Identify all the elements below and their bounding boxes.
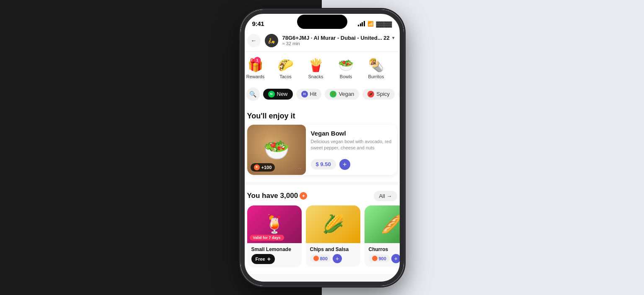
category-label-burritos: Burritos — [368, 74, 384, 79]
churros-cost-badge: 900 — [369, 254, 390, 262]
new-tag-icon: N — [268, 91, 275, 97]
filter-tag-che[interactable]: 🧀 Che — [398, 89, 403, 100]
vegan-bowl-description: Delicious vegan bowl with avocado, red s… — [311, 139, 392, 156]
phone-screen: 9:41 📶 ▓▓▓▓ ← 🛵 — [241, 10, 404, 286]
featured-section-title: You'll enjoy it — [241, 105, 404, 125]
vegan-bowl-info: Vegan Bowl Delicious vegan bowl with avo… — [306, 125, 397, 175]
category-label-bowls: Bowls — [340, 74, 352, 79]
category-label-drinks: Drinks — [400, 74, 404, 79]
chips-name: Chips and Salsa — [310, 246, 356, 252]
chips-cost-icon — [313, 256, 319, 261]
churros-cost: 900 + — [369, 254, 404, 263]
chips-cost-badge: 800 — [310, 254, 331, 262]
lemonade-image: 🍹 Valid for 7 days — [247, 205, 302, 243]
free-button[interactable]: Free + — [251, 254, 275, 264]
filter-tag-hit[interactable]: H Hit — [296, 89, 322, 100]
chips-cost: 800 + — [310, 254, 356, 263]
location-info: 78G6+JMJ · Al Murar - Dubai - United... … — [282, 35, 397, 46]
app-header: ← 🛵 78G6+JMJ · Al Murar - Dubai - United… — [241, 31, 404, 52]
churros-name: Churros — [369, 246, 404, 252]
category-label-tacos: Tacos — [279, 74, 292, 79]
rewards-points-badge: ✦ +100 — [251, 163, 275, 172]
chips-info: Chips and Salsa 800 + — [306, 243, 360, 267]
churros-info: Churros 900 + — [365, 243, 404, 267]
che-tag-icon: 🧀 — [403, 91, 403, 97]
category-label-rewards: Rewards — [246, 74, 264, 79]
search-button[interactable]: 🔍 — [246, 87, 260, 101]
vegan-bowl-title: Vegan Bowl — [311, 130, 392, 137]
filter-tag-spicy[interactable]: 🌶 Spicy — [362, 89, 395, 100]
spicy-tag-icon: 🌶 — [367, 91, 374, 97]
add-to-cart-button[interactable]: + — [339, 159, 350, 170]
category-item-snacks[interactable]: 🍟 Snacks — [301, 56, 331, 81]
vegan-bowl-image: 🥗 ✦ +100 → — [247, 125, 306, 175]
filter-tag-vegan[interactable]: 🌿 Vegan — [325, 89, 359, 100]
chips-image: 🌽 — [306, 205, 360, 243]
delivery-time: ≈ 32 min — [282, 41, 397, 46]
dynamic-island — [297, 15, 347, 29]
delivery-icon: 🛵 — [265, 34, 278, 47]
price-tag: $ 9.50 — [311, 159, 336, 169]
price-row: $ 9.50 + — [311, 159, 392, 170]
phone-device: 9:41 📶 ▓▓▓▓ ← 🛵 — [241, 10, 404, 286]
featured-card-area: 🥗 ✦ +100 → Vegan Bowl Delicious vegan bo… — [241, 125, 404, 182]
lemonade-cost: Free + — [251, 254, 297, 264]
all-rewards-button[interactable]: All → — [374, 191, 397, 201]
churros-image: 🥖 — [365, 205, 404, 243]
rewards-title: You have 3,000 ✦ — [247, 192, 308, 200]
reward-cards-scroll: 🍹 Valid for 7 days Small Lemonade Free + — [241, 205, 404, 274]
lemonade-name: Small Lemonade — [251, 246, 297, 252]
rewards-coin-large-icon: ✦ — [300, 192, 307, 200]
reward-card-churros[interactable]: 🥖 Churros 900 + — [365, 205, 404, 267]
chevron-down-icon: ▼ — [391, 36, 396, 40]
chips-add-button[interactable]: + — [333, 254, 342, 263]
filter-tags-bar: 🔍 N New H Hit 🌿 Vegan 🌶 Spicy — [241, 85, 404, 105]
reward-card-lemonade[interactable]: 🍹 Valid for 7 days Small Lemonade Free + — [247, 205, 302, 267]
rewards-coin-icon: ✦ — [254, 164, 260, 170]
category-item-burritos[interactable]: 🌯 Burritos — [361, 56, 391, 81]
filter-tag-new[interactable]: N New — [263, 89, 293, 100]
category-item-drinks[interactable]: 🥤 Drinks — [391, 56, 404, 81]
rewards-header: You have 3,000 ✦ All → — [241, 185, 404, 205]
vegan-bowl-card[interactable]: 🥗 ✦ +100 → Vegan Bowl Delicious vegan bo… — [247, 125, 397, 175]
churros-add-button[interactable]: + — [391, 254, 401, 263]
category-label-snacks: Snacks — [308, 74, 323, 79]
churros-cost-icon — [372, 256, 378, 261]
signal-icon — [358, 21, 365, 26]
vegan-tag-icon: 🌿 — [330, 91, 336, 97]
swipe-arrow-icon: → — [297, 165, 303, 172]
main-content: You'll enjoy it 🥗 ✦ +100 → Vegan Bow — [241, 105, 404, 286]
rewards-badge-count: 1 — [254, 57, 261, 64]
back-button[interactable]: ← — [247, 34, 261, 47]
category-item-rewards[interactable]: 🎁 1 Rewards — [241, 56, 271, 81]
categories-scroll: 🎁 1 Rewards 🌮 Tacos 🍟 Snacks 🥗 Bowls — [241, 52, 404, 85]
location-text[interactable]: 78G6+JMJ · Al Murar - Dubai - United... … — [282, 35, 397, 41]
valid-badge: Valid for 7 days — [250, 235, 284, 241]
category-item-bowls[interactable]: 🥗 Bowls — [331, 56, 361, 81]
battery-icon: ▓▓▓▓ — [376, 21, 392, 27]
free-plus-icon: + — [267, 256, 271, 262]
category-item-tacos[interactable]: 🌮 Tacos — [271, 56, 301, 81]
status-time: 9:41 — [252, 20, 264, 27]
hit-tag-icon: H — [301, 91, 308, 97]
wifi-icon: 📶 — [367, 21, 374, 27]
lemonade-info: Small Lemonade Free + — [247, 243, 302, 267]
status-icons: 📶 ▓▓▓▓ — [358, 21, 392, 27]
rewards-section: You have 3,000 ✦ All → 🍹 Valid for 7 day… — [241, 185, 404, 274]
reward-card-chips[interactable]: 🌽 Chips and Salsa 800 + — [306, 205, 360, 267]
